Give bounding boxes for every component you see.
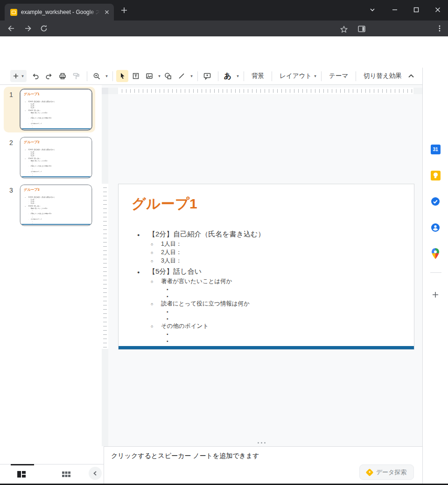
window-maximize-button[interactable]: [409, 3, 424, 17]
speaker-notes-placeholder[interactable]: クリックするとスピーカー ノートを追加できます: [111, 452, 259, 460]
text-format-tool[interactable]: あ: [222, 70, 234, 82]
print-button[interactable]: [56, 70, 69, 82]
bullet-item-level-3[interactable]: [119, 286, 410, 293]
insert-line-button[interactable]: [175, 70, 188, 82]
tasks-icon[interactable]: [430, 195, 441, 208]
browser-titlebar: example_worksheet - Google スラ: [0, 0, 448, 21]
layout-caret-icon[interactable]: ▾: [313, 74, 318, 78]
browser-navbar: docs.google.com/presentation/d/ シークレット (…: [0, 21, 448, 36]
bullet-item-level-2[interactable]: 3人目：: [21, 107, 91, 109]
theme-button[interactable]: テーマ: [325, 72, 352, 80]
bullet-item-level-2[interactable]: 3人目：: [21, 155, 91, 157]
transition-button[interactable]: 切り替え効果: [359, 72, 406, 80]
bullet-item-level-3[interactable]: [119, 331, 410, 338]
window-minimize-button[interactable]: [387, 3, 402, 17]
side-panel: 31: [422, 68, 448, 485]
explore-button[interactable]: ✦ データ探索: [359, 464, 414, 480]
window-chevron-button[interactable]: [365, 3, 380, 17]
collapse-filmstrip-icon[interactable]: [89, 467, 102, 480]
horizontal-ruler: [102, 88, 422, 94]
zoom-caret-icon[interactable]: ▾: [104, 74, 109, 78]
add-addon-icon[interactable]: [430, 289, 441, 301]
bullet-item-level-1[interactable]: 【5分】話し合い: [119, 266, 410, 277]
slide-canvas[interactable]: グループ1【2分】自己紹介（氏名を書き込む）1人目：2人目：3人目：【5分】話し…: [102, 85, 422, 446]
back-icon[interactable]: [6, 23, 17, 34]
zoom-button[interactable]: [91, 70, 103, 82]
app-window: example_worksheet - Google スラ: [0, 0, 448, 485]
window-close-button[interactable]: [430, 3, 445, 17]
slide-content: グループ2【2分】自己紹介（氏名を書き込む）1人目：2人目：3人目：【5分】話し…: [21, 138, 91, 177]
slide-title[interactable]: グループ1: [24, 92, 40, 97]
layout-button[interactable]: レイアウト: [275, 72, 313, 80]
bullet-item-level-2[interactable]: 2人目：: [119, 249, 410, 257]
slide-body[interactable]: 【2分】自己紹介（氏名を書き込む）1人目：2人目：3人目：【5分】話し合い著者が…: [21, 100, 91, 129]
tab-close-icon[interactable]: [104, 9, 110, 15]
redo-button[interactable]: [43, 70, 55, 82]
toolbar-collapse-icon[interactable]: [406, 71, 416, 81]
slide-body[interactable]: 【2分】自己紹介（氏名を書き込む）1人目：2人目：3人目：【5分】話し合い著者が…: [119, 228, 410, 349]
grid-view-icon[interactable]: [62, 471, 71, 478]
slide-accent-bar: [21, 224, 91, 225]
explore-icon: ✦: [365, 468, 373, 476]
slide-content: グループ1【2分】自己紹介（氏名を書き込む）1人目：2人目：3人目：【5分】話し…: [21, 90, 91, 129]
speaker-notes[interactable]: クリックするとスピーカー ノートを追加できます ✦ データ探索: [104, 446, 422, 484]
contacts-icon[interactable]: [430, 222, 441, 234]
slide-thumbnail-1[interactable]: グループ1【2分】自己紹介（氏名を書き込む）1人目：2人目：3人目：【5分】話し…: [21, 90, 91, 130]
slide-accent-bar: [21, 128, 91, 129]
slide-body[interactable]: 【2分】自己紹介（氏名を書き込む）1人目：2人目：3人目：【5分】話し合い著者が…: [21, 196, 91, 225]
slide-title[interactable]: グループ3: [24, 187, 40, 192]
filmstrip-panel: 1グループ1【2分】自己紹介（氏名を書き込む）1人目：2人目：3人目：【5分】話…: [0, 85, 102, 464]
text-format-caret-icon[interactable]: ▾: [235, 74, 240, 78]
reload-icon[interactable]: [38, 23, 49, 34]
insert-shape-button[interactable]: [162, 70, 174, 82]
bottom-view-bar: [0, 464, 104, 484]
bullet-item-level-3[interactable]: [119, 293, 410, 300]
select-tool-button[interactable]: [116, 70, 128, 82]
bullet-item-level-1[interactable]: 【2分】自己紹介（氏名を書き込む）: [119, 229, 410, 240]
side-panel-icon[interactable]: [356, 23, 367, 35]
browser-menu-icon[interactable]: [434, 23, 445, 34]
slide-number: 3: [9, 187, 13, 194]
slide-thumbnail-3[interactable]: グループ3【2分】自己紹介（氏名を書き込む）1人目：2人目：3人目：【5分】話し…: [21, 185, 91, 225]
bullet-item-level-3[interactable]: [119, 308, 410, 315]
bullet-item-level-2[interactable]: 著者が言いたいことは何か: [119, 277, 410, 286]
paint-format-button[interactable]: [70, 70, 82, 82]
bullet-item-level-2[interactable]: 1人目：: [119, 240, 410, 249]
slide-body[interactable]: 【2分】自己紹介（氏名を書き込む）1人目：2人目：3人目：【5分】話し合い著者が…: [21, 148, 91, 177]
toolbar: ▾ ▾ ▾: [0, 68, 422, 85]
browser-tab[interactable]: example_worksheet - Google スラ: [5, 4, 114, 21]
maps-icon[interactable]: [430, 248, 441, 260]
keep-icon[interactable]: [430, 169, 441, 181]
insert-comment-button[interactable]: [201, 70, 213, 82]
bullet-item-level-2[interactable]: 読者にとって役に立つ情報は何か: [119, 300, 410, 308]
notes-drag-handle[interactable]: [258, 442, 266, 443]
bookmark-star-icon[interactable]: [338, 24, 350, 35]
slide-content: グループ3【2分】自己紹介（氏名を書き込む）1人目：2人目：3人目：【5分】話し…: [21, 185, 91, 225]
slide-title[interactable]: グループ2: [24, 140, 40, 145]
new-tab-button[interactable]: [120, 7, 128, 14]
bullet-item-level-3[interactable]: [119, 338, 410, 345]
slide-accent-bar: [119, 346, 414, 349]
forward-icon[interactable]: [22, 23, 34, 34]
image-caret-icon[interactable]: ▾: [157, 74, 162, 78]
slide-title[interactable]: グループ1: [132, 194, 197, 214]
filmstrip-view-icon[interactable]: [17, 470, 26, 478]
undo-button[interactable]: [29, 70, 42, 82]
slide-thumbnail-2[interactable]: グループ2【2分】自己紹介（氏名を書き込む）1人目：2人目：3人目：【5分】話し…: [21, 138, 91, 178]
bullet-item-level-2[interactable]: 3人目：: [119, 257, 410, 265]
tab-title: example_worksheet - Google スラ: [21, 8, 100, 16]
new-slide-button[interactable]: ▾: [10, 70, 27, 82]
vertical-ruler: [102, 94, 108, 446]
bullet-item-level-2[interactable]: その他のポイント: [119, 322, 410, 331]
slide-content: グループ1【2分】自己紹介（氏名を書き込む）1人目：2人目：3人目：【5分】話し…: [119, 184, 414, 349]
bullet-item-level-3[interactable]: [119, 315, 410, 322]
background-button[interactable]: 背景: [247, 72, 268, 80]
slide-editor[interactable]: グループ1【2分】自己紹介（氏名を書き込む）1人目：2人目：3人目：【5分】話し…: [118, 184, 414, 350]
calendar-icon[interactable]: 31: [430, 143, 441, 155]
new-slide-caret-icon[interactable]: ▾: [20, 74, 25, 78]
insert-image-button[interactable]: [143, 70, 155, 82]
bullet-item-level-2[interactable]: 3人目：: [21, 202, 91, 204]
slides-favicon-icon: [10, 9, 17, 16]
line-caret-icon[interactable]: ▾: [189, 74, 194, 78]
text-box-button[interactable]: [130, 70, 142, 82]
